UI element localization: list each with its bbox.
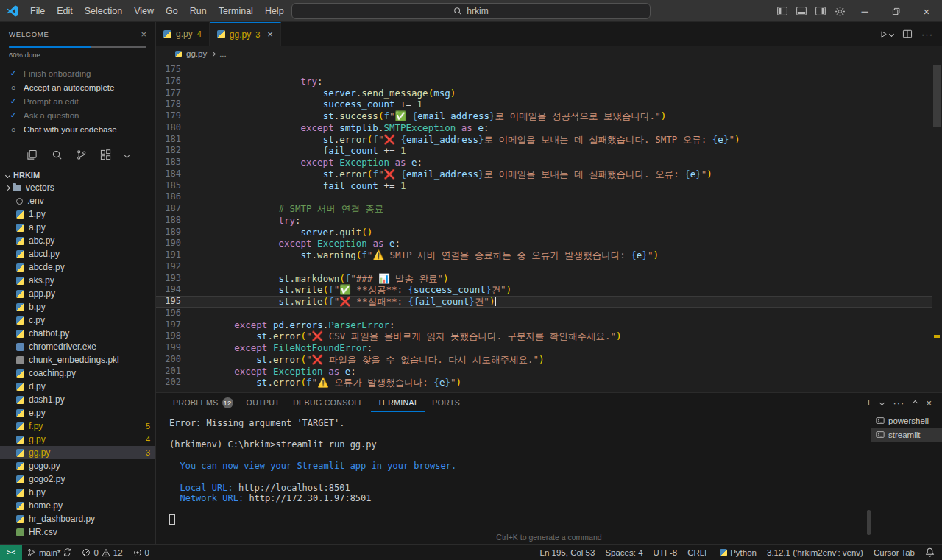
menu-view[interactable]: View — [128, 0, 160, 22]
walkthrough-item[interactable]: ○Chat with your codebase — [9, 122, 146, 136]
status-language-mode[interactable]: Python — [715, 545, 762, 560]
walkthrough-item[interactable]: ✓Prompt an edit — [9, 94, 146, 108]
maximize-restore-button[interactable] — [880, 0, 911, 22]
close-welcome-icon[interactable]: × — [141, 29, 146, 40]
terminal-dropdown-chevron-icon[interactable] — [879, 400, 885, 405]
file-vectors[interactable]: vectors — [0, 181, 155, 194]
code-line[interactable]: 186 — [156, 191, 932, 203]
walkthrough-item[interactable]: ○Accept an autocomplete — [9, 80, 146, 94]
file-aks.py[interactable]: aks.py — [0, 274, 155, 287]
menu-go[interactable]: Go — [160, 0, 184, 22]
file-d.py[interactable]: d.py — [0, 380, 155, 393]
breadcrumb[interactable]: gg.py ... — [156, 46, 942, 62]
file-chatbot.py[interactable]: chatbot.py — [0, 327, 155, 340]
menu-help[interactable]: Help — [259, 0, 290, 22]
panel-tab-debug-console[interactable]: DEBUG CONSOLE — [286, 393, 371, 412]
code-line[interactable]: 191 st.warning(f"⚠️ SMTP 서버 연결을 종료하는 중 오… — [156, 249, 932, 261]
code-line[interactable]: 180 except smtplib.SMTPException as e: — [156, 122, 932, 134]
remote-indicator[interactable]: >< — [0, 545, 22, 560]
notifications-bell-icon[interactable] — [920, 545, 942, 560]
menu-file[interactable]: File — [24, 0, 51, 22]
code-line[interactable]: 195 st.write(f"❌ **실패**: {fail_count}건") — [156, 296, 932, 308]
explorer-icon[interactable] — [26, 149, 38, 160]
status-cursor-tab[interactable]: Cursor Tab — [868, 545, 920, 560]
tab-g.py[interactable]: g.py4 — [156, 22, 210, 46]
code-line[interactable]: 179 st.success(f"✅ {email_address}로 이메일을… — [156, 110, 932, 122]
ports-status[interactable]: 0 — [128, 545, 155, 560]
new-terminal-button[interactable]: + — [865, 397, 871, 408]
code-line[interactable]: 194 st.write(f"✅ **성공**: {success_count}… — [156, 284, 932, 296]
code-line[interactable]: 182 fail_count += 1 — [156, 145, 932, 157]
panel-tab-terminal[interactable]: TERMINAL — [371, 393, 425, 412]
menu-run[interactable]: Run — [184, 0, 213, 22]
code-line[interactable]: 183 except Exception as e: — [156, 157, 932, 169]
file-b.py[interactable]: b.py — [0, 300, 155, 313]
command-center-search[interactable]: hrkim — [291, 3, 651, 19]
run-button[interactable] — [879, 29, 893, 39]
file-g.py[interactable]: g.py4 — [0, 433, 155, 446]
code-line[interactable]: 181 st.error(f"❌ {email_address}로 이메일을 보… — [156, 134, 932, 146]
panel-tab-problems[interactable]: PROBLEMS12 — [166, 393, 240, 412]
scrollbar-thumb[interactable] — [933, 65, 941, 127]
file-c.py[interactable]: c.py — [0, 313, 155, 327]
walkthrough-item[interactable]: ✓Finish onboarding — [9, 66, 146, 80]
editor-scrollbar[interactable] — [932, 64, 942, 392]
code-line[interactable]: 199 except FileNotFoundError: — [156, 342, 932, 354]
code-line[interactable]: 200 st.error("❌ 파일을 찾을 수 없습니다. 다시 시도해주세요… — [156, 354, 932, 366]
toggle-panel-icon[interactable] — [792, 0, 811, 22]
breadcrumb-rest[interactable]: ... — [219, 49, 227, 58]
file-home.py[interactable]: home.py — [0, 499, 155, 512]
terminal-instance-powershell[interactable]: powershell — [871, 414, 942, 428]
status-indentation[interactable]: Spaces: 4 — [600, 545, 648, 560]
file-abcd.py[interactable]: abcd.py — [0, 247, 155, 260]
maximize-panel-icon[interactable] — [913, 400, 918, 405]
code-line[interactable]: 187 # SMTP 서버 연결 종료 — [156, 203, 932, 215]
tab-gg.py[interactable]: gg.py3× — [210, 22, 281, 46]
file-abc.py[interactable]: abc.py — [0, 234, 155, 247]
status-cursor-position[interactable]: Ln 195, Col 53 — [535, 545, 601, 560]
problems-status[interactable]: 0 12 — [77, 545, 127, 560]
toggle-secondary-sidebar-icon[interactable] — [811, 0, 830, 22]
source-control-icon[interactable] — [76, 149, 87, 160]
close-panel-icon[interactable]: × — [926, 397, 932, 408]
code-line[interactable]: 188 try: — [156, 215, 932, 227]
code-line[interactable]: 184 st.error(f"❌ {email_address}로 이메일을 보… — [156, 169, 932, 180]
status-eol[interactable]: CRLF — [682, 545, 715, 560]
panel-tab-output[interactable]: OUTPUT — [240, 393, 287, 412]
code-line[interactable]: 193 st.markdown(f"### 📊 발송 완료") — [156, 273, 932, 285]
settings-gear-icon[interactable] — [830, 0, 849, 22]
code-line[interactable]: 196 — [156, 308, 932, 319]
terminal-instance-streamlit[interactable]: streamlit — [871, 428, 942, 442]
terminal-scrollbar[interactable] — [867, 510, 871, 535]
code-line[interactable]: 178 success_count += 1 — [156, 99, 932, 110]
file-gg.py[interactable]: gg.py3 — [0, 446, 155, 459]
walkthrough-item[interactable]: ✓Ask a question — [9, 108, 146, 122]
status-python-interpreter[interactable]: 3.12.1 ('hrkim2env': venv) — [762, 545, 868, 560]
file-e.py[interactable]: e.py — [0, 406, 155, 419]
file-gogo2.py[interactable]: gogo2.py — [0, 472, 155, 486]
file-gogo.py[interactable]: gogo.py — [0, 459, 155, 472]
code-editor[interactable]: 175176 try:177 server.send_message(msg)1… — [156, 64, 932, 392]
code-line[interactable]: 176 try: — [156, 76, 932, 88]
file-coaching.py[interactable]: coaching.py — [0, 366, 155, 380]
file-chromedriver.exe[interactable]: chromedriver.exe — [0, 340, 155, 353]
git-branch-status[interactable]: main* — [22, 545, 77, 560]
file-hr_dashboard.py[interactable]: hr_dashboard.py — [0, 512, 155, 525]
file-h.py[interactable]: h.py — [0, 486, 155, 499]
close-tab-icon[interactable]: × — [267, 29, 273, 40]
extensions-icon[interactable] — [100, 149, 111, 160]
code-line[interactable]: 197 except pd.errors.ParserError: — [156, 319, 932, 331]
file-abcde.py[interactable]: abcde.py — [0, 260, 155, 274]
breadcrumb-file[interactable]: gg.py — [186, 49, 207, 58]
panel-more-actions-button[interactable]: ··· — [893, 397, 904, 408]
search-icon[interactable] — [52, 149, 63, 160]
code-line[interactable]: 177 server.send_message(msg) — [156, 88, 932, 99]
minimize-button[interactable]: ─ — [849, 0, 880, 22]
run-dropdown-chevron-icon[interactable] — [889, 31, 894, 36]
more-actions-button[interactable]: ··· — [921, 29, 933, 40]
file-.env[interactable]: .env — [0, 194, 155, 208]
menu-selection[interactable]: Selection — [79, 0, 128, 22]
file-1.py[interactable]: 1.py — [0, 208, 155, 221]
explorer-root-header[interactable]: HRKIM — [0, 169, 155, 181]
menu-edit[interactable]: Edit — [51, 0, 79, 22]
